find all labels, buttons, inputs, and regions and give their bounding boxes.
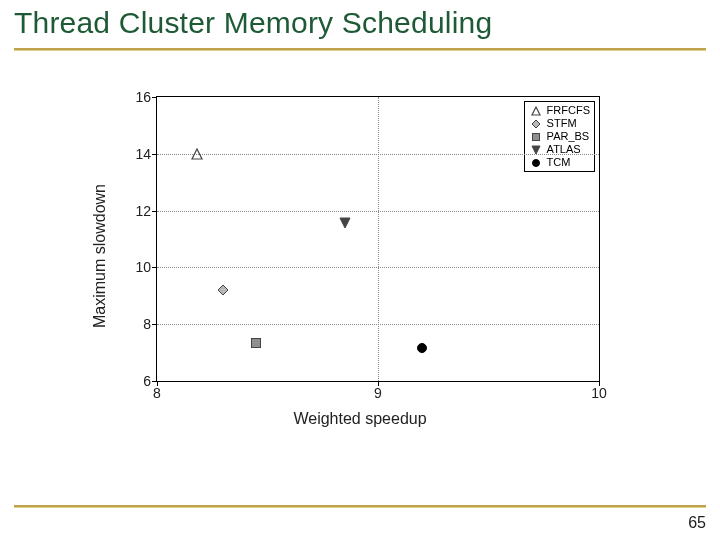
page-title: Thread Cluster Memory Scheduling [14,6,492,40]
slide: Thread Cluster Memory Scheduling Maximum… [0,0,720,540]
circle-icon [529,157,543,169]
svg-marker-3 [532,146,540,154]
y-tick-label: 10 [135,259,151,275]
svg-marker-8 [340,218,350,228]
x-tick-mark [157,381,158,386]
legend: FRFCFSSTFMPAR_BSATLASTCM [524,101,595,172]
x-tick-mark [599,381,600,386]
x-tick-mark [378,381,379,386]
divider-top [14,48,706,51]
svg-marker-1 [532,120,540,128]
svg-rect-7 [252,338,261,347]
data-point-tcm [416,342,428,354]
x-tick-label: 9 [374,385,382,401]
diamond-icon [529,118,543,130]
chart: Maximum slowdown Weighted speedup FRFCFS… [110,86,610,426]
svg-marker-5 [192,149,202,159]
y-tick-mark [152,97,157,98]
y-tick-mark [152,154,157,155]
legend-label: TCM [547,156,571,169]
plot-area: FRFCFSSTFMPAR_BSATLASTCM 68101214168910 [156,96,600,382]
legend-label: FRFCFS [547,104,590,117]
y-tick-label: 8 [143,316,151,332]
y-tick-label: 6 [143,373,151,389]
legend-item: FRFCFS [529,104,590,117]
y-tick-mark [152,267,157,268]
y-tick-mark [152,211,157,212]
y-tick-label: 14 [135,146,151,162]
legend-label: STFM [547,117,577,130]
divider-bottom [14,505,706,508]
data-point-atlas [339,217,351,229]
y-tick-label: 16 [135,89,151,105]
y-tick-label: 12 [135,203,151,219]
x-tick-label: 8 [153,385,161,401]
svg-marker-0 [532,107,540,115]
legend-item: PAR_BS [529,130,590,143]
svg-marker-6 [218,285,228,295]
y-tick-mark [152,324,157,325]
data-point-stfm [217,284,229,296]
svg-point-4 [532,159,539,166]
legend-item: STFM [529,117,590,130]
svg-rect-2 [532,133,539,140]
x-tick-label: 10 [591,385,607,401]
data-point-par_bs [250,337,262,349]
page-number: 65 [688,514,706,532]
triangle-up-open-icon [529,105,543,117]
gridline-v [378,97,379,381]
legend-label: PAR_BS [547,130,590,143]
y-axis-label: Maximum slowdown [91,184,109,328]
legend-item: TCM [529,156,590,169]
svg-point-9 [418,344,427,353]
data-point-frfcfs [191,148,203,160]
square-icon [529,131,543,143]
x-axis-label: Weighted speedup [293,410,426,428]
